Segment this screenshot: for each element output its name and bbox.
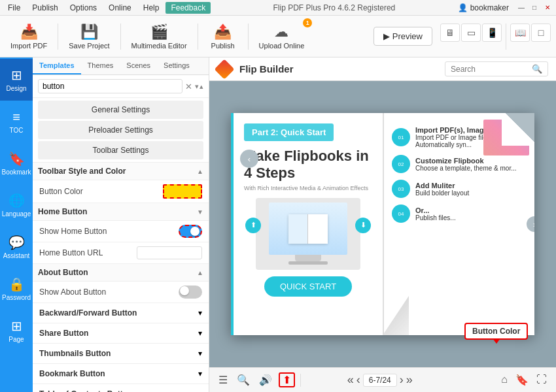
- bookmark-bottom-icon[interactable]: 🔖: [513, 372, 531, 387]
- first-page-button[interactable]: «: [347, 373, 354, 387]
- save-project-button[interactable]: 💾 Save Project: [63, 21, 114, 52]
- page-left-arrow[interactable]: ‹: [240, 150, 258, 168]
- menu-options[interactable]: Options: [65, 2, 102, 14]
- bookmark-button-row[interactable]: Bookmark Button ▾: [33, 364, 209, 384]
- maximize-button[interactable]: □: [529, 2, 540, 14]
- save-label: Save Project: [69, 42, 109, 50]
- step-4-title: Or...: [415, 206, 456, 214]
- step-2-num: 02: [398, 161, 404, 167]
- show-home-button-label: Show Home Button: [39, 227, 107, 236]
- single-page-button[interactable]: □: [531, 24, 551, 42]
- sidebar-item-password[interactable]: 🔒 Password: [0, 268, 33, 310]
- menu-publish[interactable]: Publish: [27, 2, 63, 14]
- thumbnails-button-row[interactable]: Thumbnails Button ▾: [33, 344, 209, 364]
- about-button-header[interactable]: About Button ▲: [33, 264, 209, 282]
- search-next-button[interactable]: ▴: [200, 82, 203, 91]
- quickstart-button[interactable]: QUICK START: [264, 276, 352, 297]
- search-prev-button[interactable]: ▾: [195, 82, 199, 91]
- toc-button-row[interactable]: Table of Contents Button ▾: [33, 384, 209, 392]
- book-spread: ‹ Part 2: Quick Start Make Flipbooks in …: [231, 113, 534, 335]
- search-row: ✕ ▾ ▴: [33, 75, 209, 98]
- backward-forward-row[interactable]: Backward/Forward Button ▾: [33, 303, 209, 323]
- sidebar-item-toc[interactable]: ≡ TOC: [0, 101, 33, 142]
- button-color-row: Button Color: [33, 180, 209, 203]
- menu-feedback[interactable]: Feedback: [165, 2, 211, 14]
- search-input[interactable]: [38, 79, 182, 93]
- step-3: 03 Add Muliter Build bolder layout: [392, 180, 527, 198]
- menu-icon[interactable]: ☰: [216, 372, 230, 387]
- toolbar-style-label: Toolbar Style and Color: [38, 167, 126, 176]
- tab-settings[interactable]: Settings: [157, 57, 196, 74]
- share-icon[interactable]: ⬆: [279, 372, 295, 387]
- next-page-button[interactable]: ›: [400, 373, 404, 387]
- circle-deco-1: ⬆: [245, 218, 261, 233]
- tablet-view-button[interactable]: ▭: [461, 24, 481, 42]
- flipbuilder-search-input[interactable]: [451, 65, 529, 74]
- desktop-view-button[interactable]: 🖥: [440, 24, 460, 42]
- toolbar-separator-2: [120, 24, 121, 50]
- book-view-button[interactable]: 📖: [510, 24, 530, 42]
- sidebar-item-language[interactable]: 🌐 Language: [0, 184, 33, 226]
- tab-themes[interactable]: Themes: [81, 57, 120, 74]
- show-about-button-toggle[interactable]: [179, 286, 202, 299]
- share-button-label: Share Button: [39, 329, 88, 338]
- prev-page-button[interactable]: ‹: [356, 373, 360, 387]
- clear-search-button[interactable]: ✕: [185, 82, 192, 91]
- toolbar-settings-button[interactable]: Toolbar Settings: [38, 141, 203, 159]
- computer-image: [256, 198, 360, 270]
- publish-label: Publish: [211, 42, 235, 50]
- thumbnails-button-chevron: ▾: [198, 349, 202, 358]
- phone-view-button[interactable]: 📱: [482, 24, 502, 42]
- preview-button[interactable]: ▶ Preview: [374, 27, 432, 46]
- user-icon: 👤: [458, 3, 468, 12]
- user-label: 👤 bookmaker: [458, 3, 509, 12]
- home-button-url-input[interactable]: [137, 246, 202, 259]
- toolbar-style-header[interactable]: Toolbar Style and Color ▲: [33, 163, 209, 180]
- fullscreen-icon[interactable]: ⛶: [534, 372, 549, 387]
- audio-icon[interactable]: 🔊: [256, 372, 275, 387]
- tab-scenes[interactable]: Scenes: [120, 57, 157, 74]
- share-button-row[interactable]: Share Button ▾: [33, 323, 209, 344]
- sidebar-item-bookmark[interactable]: 🔖 Bookmark: [0, 142, 33, 184]
- tab-templates[interactable]: Templates: [33, 57, 81, 74]
- multimedia-editor-button[interactable]: 🎬 Multimedia Editor: [126, 21, 192, 52]
- flipbuilder-search[interactable]: 🔍: [445, 61, 548, 76]
- share-button-chevron: ▾: [198, 329, 202, 338]
- toggle-off-knob: [180, 286, 189, 295]
- backward-forward-chevron: ▾: [198, 308, 202, 318]
- upload-online-button[interactable]: ☁ 1 Upload Online: [254, 21, 310, 52]
- tooltip-text: Button Color: [472, 327, 520, 336]
- show-home-button-toggle[interactable]: [179, 225, 202, 238]
- home-button-header[interactable]: Home Button ▼: [33, 203, 209, 221]
- zoom-icon[interactable]: 🔍: [234, 372, 252, 387]
- flipbuilder-logo: Flip Builder: [217, 62, 294, 76]
- general-settings-button[interactable]: General Settings: [38, 101, 203, 119]
- upload-label: Upload Online: [259, 42, 305, 50]
- step-2-title: Customize Flipbook: [415, 157, 517, 165]
- last-page-button[interactable]: »: [406, 373, 413, 387]
- menu-online[interactable]: Online: [103, 2, 137, 14]
- sidebar-item-page[interactable]: ⊞ Page: [0, 310, 33, 351]
- sidebar-item-assistant[interactable]: 💬 Assistant: [0, 226, 33, 268]
- close-button[interactable]: ✕: [542, 2, 553, 14]
- about-button-chevron: ▲: [197, 269, 203, 276]
- button-color-swatch[interactable]: [163, 184, 202, 199]
- bottom-sep-1: [300, 374, 301, 387]
- step-3-desc: Build bolder layout: [415, 189, 469, 197]
- step-4-num: 04: [398, 211, 404, 217]
- minimize-button[interactable]: —: [515, 2, 527, 14]
- sidebar-bookmark-label: Bookmark: [1, 169, 31, 176]
- menu-help[interactable]: Help: [138, 2, 165, 14]
- step-4: 04 Or... Publish files...: [392, 204, 527, 223]
- password-icon: 🔒: [9, 276, 25, 292]
- menu-file[interactable]: File: [3, 2, 26, 14]
- step-3-num: 03: [398, 186, 404, 192]
- preloader-settings-button[interactable]: Preloader Settings: [38, 121, 203, 139]
- sidebar-item-design[interactable]: ⊞ Design: [0, 59, 33, 101]
- import-pdf-button[interactable]: 📥 Import PDF: [5, 21, 52, 52]
- publish-button[interactable]: 📤 Publish: [203, 21, 243, 52]
- home-bottom-icon[interactable]: ⌂: [498, 372, 510, 387]
- left-page: ‹ Part 2: Quick Start Make Flipbooks in …: [234, 113, 384, 335]
- sidebar-design-label: Design: [6, 85, 26, 92]
- bookmark-button-chevron: ▾: [198, 369, 202, 378]
